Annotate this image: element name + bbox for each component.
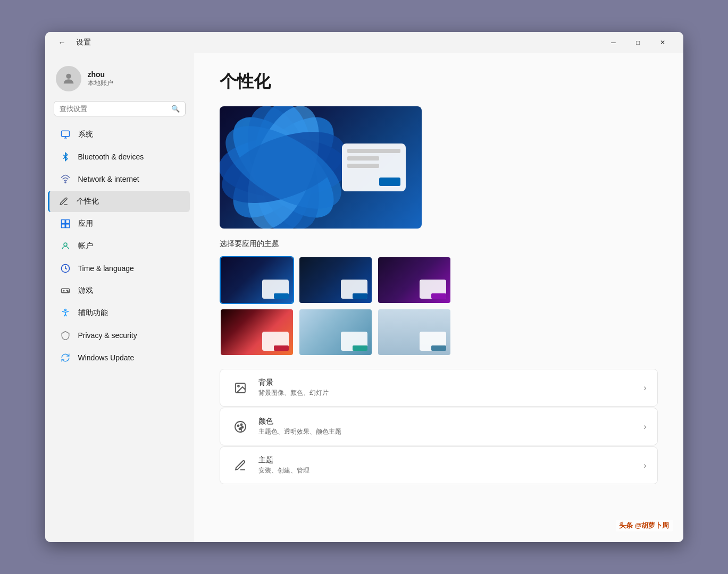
user-icon bbox=[61, 71, 76, 86]
dialog-line-3 bbox=[347, 164, 379, 168]
user-info: zhou 本地账户 bbox=[88, 70, 113, 88]
theme-thumb-1[interactable] bbox=[220, 256, 294, 304]
svg-point-4 bbox=[64, 182, 65, 183]
search-icon: 🔍 bbox=[171, 105, 180, 113]
sidebar-item-personalization[interactable]: 个性化 bbox=[48, 191, 190, 212]
svg-point-12 bbox=[67, 291, 68, 292]
sidebar-item-accessibility[interactable]: 辅助功能 bbox=[49, 302, 190, 324]
theme-grid bbox=[220, 256, 658, 356]
content-area: zhou 本地账户 🔍 bbox=[45, 53, 683, 542]
sidebar-item-time[interactable]: Time & language bbox=[49, 258, 190, 279]
search-box[interactable]: 🔍 bbox=[54, 101, 186, 116]
close-button[interactable]: ✕ bbox=[650, 34, 675, 51]
privacy-icon bbox=[60, 330, 71, 341]
user-account-type: 本地账户 bbox=[88, 79, 113, 88]
background-item-subtitle: 背景图像、颜色、幻灯片 bbox=[258, 389, 635, 398]
palette-icon bbox=[231, 417, 250, 436]
sidebar-label-time: Time & language bbox=[78, 264, 134, 273]
theme-thumb-3[interactable] bbox=[377, 256, 451, 304]
maximize-button[interactable]: □ bbox=[626, 34, 650, 51]
colors-item-text: 颜色 主题色、透明效果、颜色主题 bbox=[258, 417, 635, 436]
pen-icon bbox=[58, 196, 69, 207]
settings-item-colors[interactable]: 颜色 主题色、透明效果、颜色主题 › bbox=[220, 408, 658, 445]
theme-thumb-5[interactable] bbox=[298, 308, 373, 356]
win11-wallpaper-graphic bbox=[220, 106, 358, 229]
svg-point-27 bbox=[241, 426, 243, 428]
themes-item-text: 主题 安装、创建、管理 bbox=[258, 455, 635, 475]
svg-point-26 bbox=[240, 424, 242, 425]
theme-3-background bbox=[378, 257, 450, 303]
background-chevron-icon: › bbox=[643, 383, 646, 393]
theme-4-button bbox=[274, 345, 289, 351]
sidebar-item-bluetooth[interactable]: Bluetooth & devices bbox=[49, 146, 190, 167]
settings-item-background[interactable]: 背景 背景图像、颜色、幻灯片 › bbox=[220, 369, 658, 407]
sidebar-label-bluetooth: Bluetooth & devices bbox=[78, 153, 144, 161]
user-name: zhou bbox=[88, 70, 113, 79]
minimize-button[interactable]: ─ bbox=[601, 34, 626, 51]
update-icon bbox=[60, 352, 71, 363]
sidebar-label-gaming: 游戏 bbox=[78, 286, 93, 296]
sidebar-label-privacy: Privacy & security bbox=[78, 331, 137, 340]
page-title: 个性化 bbox=[220, 70, 658, 94]
sidebar-item-privacy[interactable]: Privacy & security bbox=[49, 325, 190, 346]
theme-1-background bbox=[221, 257, 293, 303]
theme-thumb-2[interactable] bbox=[298, 256, 373, 304]
themes-item-subtitle: 安装、创建、管理 bbox=[258, 466, 635, 475]
apps-icon bbox=[60, 218, 71, 229]
sidebar-label-system: 系统 bbox=[78, 130, 93, 139]
theme-5-background bbox=[299, 309, 372, 355]
sidebar-label-network: Network & internet bbox=[78, 175, 139, 183]
svg-point-0 bbox=[66, 74, 71, 79]
svg-point-28 bbox=[239, 428, 240, 429]
sidebar-item-network[interactable]: Network & internet bbox=[49, 168, 190, 190]
svg-point-25 bbox=[237, 425, 239, 426]
monitor-icon bbox=[60, 129, 71, 140]
background-item-title: 背景 bbox=[258, 378, 635, 387]
image-icon bbox=[231, 378, 250, 398]
theme-4-background bbox=[221, 309, 293, 355]
theme-icon bbox=[231, 456, 250, 475]
svg-rect-8 bbox=[65, 224, 69, 228]
svg-point-9 bbox=[64, 243, 67, 246]
theme-5-button bbox=[353, 345, 367, 351]
sidebar-item-accounts[interactable]: 帐户 bbox=[49, 235, 190, 257]
theme-section-label: 选择要应用的主题 bbox=[220, 239, 658, 249]
window-controls: ─ □ ✕ bbox=[601, 34, 675, 51]
theme-thumb-6[interactable] bbox=[377, 308, 451, 356]
theme-preview bbox=[220, 106, 422, 229]
titlebar: ← 设置 ─ □ ✕ bbox=[45, 32, 683, 53]
sidebar-label-accounts: 帐户 bbox=[78, 241, 93, 251]
theme-thumb-4[interactable] bbox=[220, 308, 294, 356]
sidebar: zhou 本地账户 🔍 bbox=[45, 53, 194, 542]
back-button[interactable]: ← bbox=[54, 34, 71, 51]
theme-2-button bbox=[353, 293, 367, 299]
svg-rect-5 bbox=[61, 220, 65, 224]
theme-6-button bbox=[431, 345, 446, 351]
svg-rect-1 bbox=[61, 131, 69, 137]
sidebar-item-update[interactable]: Windows Update bbox=[49, 347, 190, 368]
sidebar-label-update: Windows Update bbox=[78, 353, 135, 362]
theme-preview-inner bbox=[220, 106, 422, 229]
sidebar-item-apps[interactable]: 应用 bbox=[49, 213, 190, 234]
network-icon bbox=[60, 174, 71, 184]
themes-chevron-icon: › bbox=[643, 461, 646, 470]
preview-dialog bbox=[342, 144, 406, 191]
themes-item-title: 主题 bbox=[258, 455, 635, 465]
background-item-text: 背景 背景图像、颜色、幻灯片 bbox=[258, 378, 635, 398]
svg-rect-6 bbox=[65, 220, 69, 224]
dialog-line-1 bbox=[347, 149, 400, 153]
sidebar-label-apps: 应用 bbox=[78, 219, 93, 229]
sidebar-item-gaming[interactable]: 游戏 bbox=[49, 280, 190, 301]
accessibility-icon bbox=[60, 308, 71, 318]
svg-rect-7 bbox=[61, 224, 65, 228]
svg-point-23 bbox=[238, 385, 239, 387]
sidebar-item-system[interactable]: 系统 bbox=[49, 124, 190, 145]
search-input[interactable] bbox=[60, 105, 167, 113]
sidebar-label-personalization: 个性化 bbox=[77, 197, 99, 206]
watermark: 头条 @胡萝卜周 bbox=[616, 520, 672, 531]
settings-item-themes[interactable]: 主题 安装、创建、管理 › bbox=[220, 446, 658, 484]
main-content: 个性化 bbox=[194, 53, 683, 542]
user-profile[interactable]: zhou 本地账户 bbox=[45, 62, 194, 100]
sidebar-label-accessibility: 辅助功能 bbox=[78, 308, 108, 318]
bluetooth-icon bbox=[60, 151, 71, 162]
